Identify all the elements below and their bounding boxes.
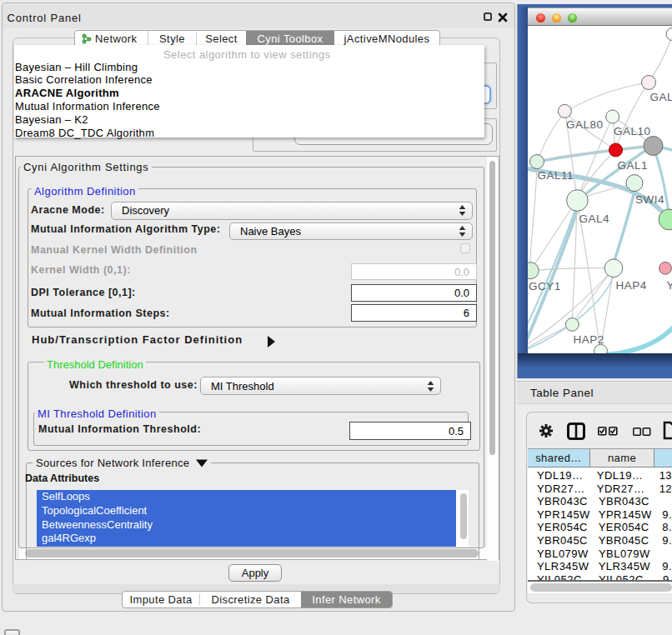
svg-text:GAL4: GAL4 <box>579 212 610 225</box>
svg-text:GAL11: GAL11 <box>538 169 574 182</box>
svg-text:HAP2: HAP2 <box>574 333 604 346</box>
svg-text:GAL: GAL <box>650 91 672 103</box>
svg-text:GCY1: GCY1 <box>529 280 561 292</box>
svg-text:GAL1: GAL1 <box>618 159 649 172</box>
svg-text:SWI4: SWI4 <box>635 193 664 206</box>
svg-text:Y: Y <box>667 279 672 292</box>
svg-text:GAL10: GAL10 <box>614 125 651 138</box>
svg-text:GAL80: GAL80 <box>566 118 604 131</box>
svg-text:HAP4: HAP4 <box>616 279 647 292</box>
